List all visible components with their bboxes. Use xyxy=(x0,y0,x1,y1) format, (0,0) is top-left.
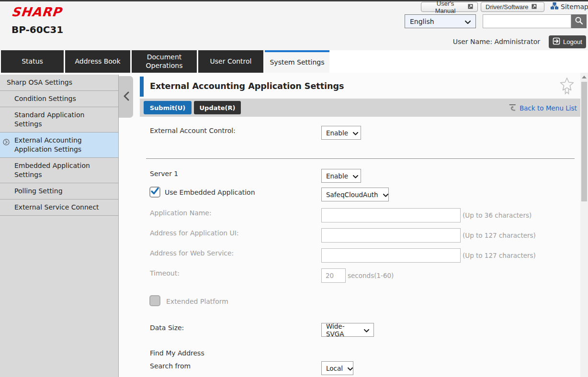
sidebar-item-sharp-osa-settings[interactable]: Sharp OSA Settings xyxy=(0,75,118,91)
tab-status[interactable]: Status xyxy=(1,50,64,73)
update-button[interactable]: Update(R) xyxy=(194,101,241,114)
extended-platform-label: Extended Platform xyxy=(166,298,228,305)
sitemap-label: Sitemap xyxy=(561,3,588,11)
address-web-service-note: (Up to 127 characters) xyxy=(463,252,536,259)
tab-user-control[interactable]: User Control xyxy=(198,50,263,73)
sidebar-item-standard-application-settings[interactable]: Standard Application Settings xyxy=(0,107,118,133)
address-application-ui-label: Address for Application UI: xyxy=(150,229,239,237)
data-size-label: Data Size: xyxy=(150,324,184,332)
search-icon xyxy=(575,16,583,26)
chevron-down-icon xyxy=(383,191,388,199)
chevron-down-icon xyxy=(353,172,358,180)
logout-icon xyxy=(553,37,560,46)
sidebar-item-external-service-connect[interactable]: External Service Connect xyxy=(0,200,118,216)
timeout-input[interactable] xyxy=(321,268,346,283)
submit-button[interactable]: Submit(U) xyxy=(144,101,192,114)
checkmark-icon xyxy=(150,186,160,198)
sidebar-collapse-button[interactable] xyxy=(119,76,133,118)
timeout-label: Timeout: xyxy=(150,269,180,277)
circled-chevron-right-icon xyxy=(3,139,10,148)
timeout-note: seconds(1-60) xyxy=(348,272,394,279)
title-accent-bar xyxy=(140,77,144,97)
driver-software-label: Driver/Software xyxy=(486,3,529,11)
sidebar-item-polling-setting[interactable]: Polling Setting xyxy=(0,183,118,200)
sitemap-icon xyxy=(551,2,558,11)
tab-system-settings[interactable]: System Settings xyxy=(265,50,329,73)
back-to-menu-list-link[interactable]: Back to Menu List xyxy=(509,103,577,113)
tab-address-book[interactable]: Address Book xyxy=(65,50,130,73)
chevron-down-icon xyxy=(465,18,471,25)
tab-document-operations[interactable]: Document Operations xyxy=(132,50,197,73)
user-name-text: User Name: Administrator xyxy=(453,38,540,45)
address-web-service-label: Address for Web Service: xyxy=(150,249,234,257)
section-divider xyxy=(146,158,575,159)
external-account-control-select[interactable]: Enable xyxy=(321,126,361,140)
address-application-ui-note: (Up to 127 characters) xyxy=(463,232,536,239)
scrollbar-thumb[interactable] xyxy=(581,82,587,201)
sharp-logo: SHARP xyxy=(11,5,62,19)
application-name-label: Application Name: xyxy=(150,209,212,217)
search-from-select[interactable]: Local xyxy=(321,361,353,375)
data-size-select[interactable]: Wide-SVGA xyxy=(321,323,374,337)
language-value: English xyxy=(410,18,434,25)
application-name-note: (Up to 36 characters) xyxy=(463,211,531,219)
window-top-strip xyxy=(0,0,588,1)
header-search-input[interactable] xyxy=(483,14,571,28)
back-to-menu-list-label: Back to Menu List xyxy=(520,104,577,112)
use-embedded-application-label: Use Embedded Application xyxy=(165,188,255,196)
model-name: BP-60C31 xyxy=(11,24,63,35)
sitemap-link[interactable]: Sitemap xyxy=(551,2,588,11)
scrollbar-up-button[interactable] xyxy=(580,73,588,81)
tab-bar: Status Address Book Document Operations … xyxy=(0,50,588,73)
sidebar-item-condition-settings[interactable]: Condition Settings xyxy=(0,91,118,107)
language-select[interactable]: English xyxy=(405,14,476,28)
address-web-service-input[interactable] xyxy=(321,248,461,263)
users-manual-button[interactable]: User's Manual xyxy=(421,2,478,12)
server1-select[interactable]: Enable xyxy=(321,169,361,183)
server1-label: Server 1 xyxy=(150,170,178,177)
chevron-down-icon xyxy=(353,129,358,137)
chevron-left-icon xyxy=(123,91,129,103)
search-from-label: Search from xyxy=(150,362,191,370)
use-embedded-application-checkbox[interactable] xyxy=(149,187,160,198)
search-button[interactable] xyxy=(571,14,587,28)
logout-label: Logout xyxy=(563,38,582,45)
external-link-icon xyxy=(531,3,537,11)
favorite-star-icon[interactable] xyxy=(559,77,575,99)
embedded-application-select[interactable]: SafeqCloudAuth xyxy=(321,188,389,201)
chevron-down-icon xyxy=(364,326,369,334)
application-name-input[interactable] xyxy=(321,208,461,222)
sidebar-item-embedded-application-settings[interactable]: Embedded Application Settings xyxy=(0,158,118,183)
extended-platform-checkbox[interactable] xyxy=(149,295,160,306)
external-account-control-label: External Account Control: xyxy=(150,127,236,134)
logout-button[interactable]: Logout xyxy=(549,35,586,48)
return-arrow-icon xyxy=(509,103,517,113)
driver-software-button[interactable]: Driver/Software xyxy=(481,2,544,12)
users-manual-label: User's Manual xyxy=(426,0,465,14)
triangle-up-icon xyxy=(582,76,587,78)
external-link-icon xyxy=(468,3,473,11)
address-application-ui-input[interactable] xyxy=(321,228,461,243)
sidebar-item-external-accounting-application-settings[interactable]: External Accounting Application Settings xyxy=(0,133,118,158)
chevron-down-icon xyxy=(348,365,353,372)
find-my-address-label: Find My Address xyxy=(150,349,204,357)
sidebar: Sharp OSA Settings Condition Settings St… xyxy=(0,75,119,377)
page-title: External Accounting Application Settings xyxy=(150,81,344,91)
